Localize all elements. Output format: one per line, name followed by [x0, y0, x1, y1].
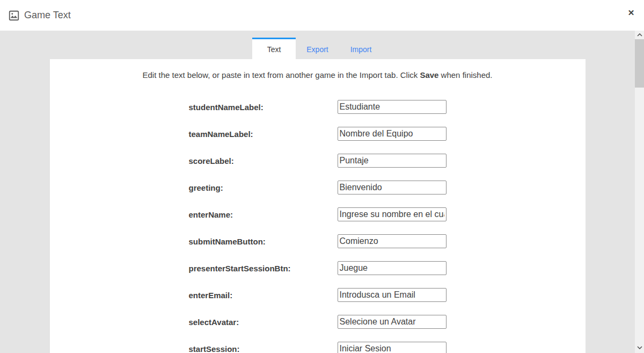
- field-row-enterName: enterName:: [50, 207, 586, 221]
- input-studentNameLabel[interactable]: [338, 100, 447, 114]
- field-label: startSession:: [189, 344, 338, 353]
- dialog-title: Game Text: [24, 10, 71, 21]
- input-submitNameButton[interactable]: [338, 234, 447, 248]
- field-row-teamNameLabel: teamNameLabel:: [50, 127, 586, 141]
- tab-export[interactable]: Export: [296, 38, 339, 59]
- scrollbar-up-icon[interactable]: [635, 31, 644, 39]
- image-icon: [8, 10, 20, 21]
- content-panel: Edit the text below, or paste in text fr…: [50, 59, 586, 353]
- field-label: teamNameLabel:: [189, 129, 338, 139]
- field-label: studentNameLabel:: [189, 103, 338, 112]
- text-fields-form: studentNameLabel: teamNameLabel: scoreLa…: [50, 100, 586, 353]
- instruction-part1: Edit the text below, or paste in text fr…: [142, 70, 420, 80]
- vertical-scrollbar[interactable]: [635, 31, 644, 353]
- close-icon[interactable]: ✕: [626, 8, 636, 18]
- field-row-presenterStartSessionBtn: presenterStartSessionBtn:: [50, 261, 586, 275]
- input-scoreLabel[interactable]: [338, 154, 447, 168]
- field-label: presenterStartSessionBtn:: [189, 264, 338, 273]
- input-enterName[interactable]: [338, 207, 447, 221]
- field-label: submitNameButton:: [189, 237, 338, 246]
- field-row-studentNameLabel: studentNameLabel:: [50, 100, 586, 114]
- scrollbar-down-icon[interactable]: [635, 343, 644, 352]
- field-label: selectAvatar:: [189, 318, 338, 327]
- field-row-startSession: startSession:: [50, 342, 586, 353]
- instruction-text: Edit the text below, or paste in text fr…: [50, 59, 586, 81]
- input-enterEmail[interactable]: [338, 288, 447, 302]
- input-presenterStartSessionBtn[interactable]: [338, 261, 447, 275]
- dialog-body: Text Export Import Edit the text below, …: [0, 31, 635, 353]
- input-selectAvatar[interactable]: [338, 315, 447, 329]
- field-label: greeting:: [189, 183, 338, 192]
- field-row-submitNameButton: submitNameButton:: [50, 234, 586, 248]
- field-label: enterEmail:: [189, 291, 338, 300]
- field-label: enterName:: [189, 210, 338, 219]
- field-row-enterEmail: enterEmail:: [50, 288, 586, 302]
- input-startSession[interactable]: [338, 342, 447, 353]
- scrollbar-thumb[interactable]: [635, 39, 644, 88]
- dialog-header: Game Text ✕: [0, 0, 644, 31]
- field-row-scoreLabel: scoreLabel:: [50, 154, 586, 168]
- instruction-part2: when finished.: [438, 70, 492, 80]
- tab-bar: Text Export Import: [0, 38, 635, 59]
- input-teamNameLabel[interactable]: [338, 127, 447, 141]
- tab-text[interactable]: Text: [252, 38, 296, 59]
- save-keyword: Save: [420, 70, 438, 80]
- input-greeting[interactable]: [338, 181, 447, 194]
- field-row-selectAvatar: selectAvatar:: [50, 315, 586, 329]
- tab-import[interactable]: Import: [339, 38, 383, 59]
- field-row-greeting: greeting:: [50, 181, 586, 194]
- field-label: scoreLabel:: [189, 156, 338, 165]
